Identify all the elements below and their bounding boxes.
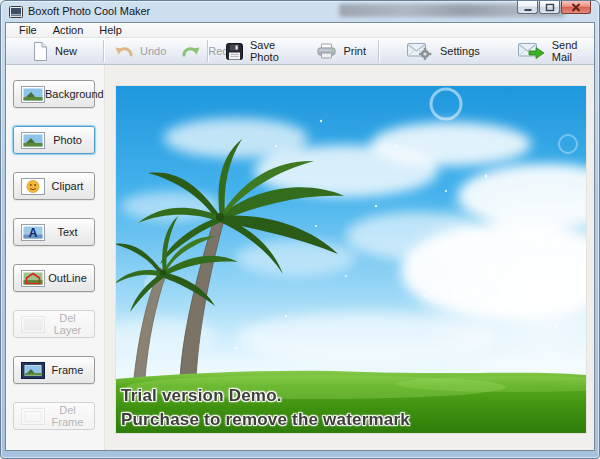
main-panel: Trial version Demo. Purchase to remove t… [105,65,594,450]
canvas-image[interactable]: Trial version Demo. Purchase to remove t… [116,86,586,433]
sidebar-label: Del Layer [45,312,94,336]
sidebar-button-frame[interactable]: Frame [13,356,95,384]
envelope-send-icon [518,42,545,60]
close-button[interactable] [561,1,591,14]
close-icon [571,3,581,12]
sidebar-button-text[interactable]: A Text [13,218,95,246]
landscape-photo-icon [21,132,45,149]
faded-layer-icon [21,316,45,333]
faded-frame-icon [21,408,45,425]
settings-button[interactable]: Settings [395,38,492,64]
print-label: Print [343,45,366,57]
envelope-gear-icon [407,42,433,60]
sidebar-button-background[interactable]: Background [13,80,95,108]
blank-page-icon [32,42,48,61]
undo-arrow-icon [114,44,133,58]
landscape-photo-icon [21,86,45,103]
sidebar-label: OutLine [45,272,94,284]
new-label: New [55,45,77,57]
redo-arrow-icon [182,44,201,58]
maximize-button[interactable] [539,1,560,14]
app-icon [9,6,23,18]
sidebar-button-del-layer: Del Layer [13,310,95,338]
caption-buttons [516,1,591,14]
watermark-line-1: Trial version Demo. [121,384,410,408]
tropical-scene [116,86,586,433]
menu-action[interactable]: Action [46,23,91,37]
letter-a-icon: A [21,224,45,241]
settings-label: Settings [440,45,480,57]
red-outline-icon [21,270,45,287]
trial-watermark: Trial version Demo. Purchase to remove t… [121,384,410,432]
print-button[interactable]: Print [305,38,378,64]
maximize-icon [545,3,555,12]
watermark-line-2: Purchase to remove the watermark [121,408,410,432]
sidebar-label: Clipart [45,180,94,192]
save-photo-label: Save Photo [250,39,287,63]
undo-button: Undo [106,38,174,64]
client-area: File Action Help New [5,22,595,451]
sidebar-label: Background [45,88,108,100]
menu-help[interactable]: Help [92,23,129,37]
send-mail-button[interactable]: Send Mail [506,38,594,64]
sidebar-button-photo[interactable]: Photo [13,126,95,154]
window-title: Boxoft Photo Cool Maker [28,5,150,17]
send-mail-label: Send Mail [552,39,582,63]
content-row: Background Photo [6,65,594,450]
toolbar: New Undo [6,38,594,65]
printer-icon [317,43,336,59]
title-bar: Boxoft Photo Cool Maker [1,1,599,22]
sidebar-label: Frame [45,364,94,376]
smiley-clipart-icon [21,178,45,195]
menu-file[interactable]: File [12,23,44,37]
picture-frame-icon [21,362,45,379]
sidebar-label: Del Frame [45,404,94,428]
app-window: Boxoft Photo Cool Maker File Action Help [0,0,600,459]
svg-text:A: A [29,226,38,240]
floppy-disk-icon [226,43,243,60]
minimize-icon [523,3,533,12]
sidebar-button-del-frame: Del Frame [13,402,95,430]
sidebar-button-outline[interactable]: OutLine [13,264,95,292]
sidebar-button-clipart[interactable]: Clipart [13,172,95,200]
menu-bar: File Action Help [6,23,594,38]
sidebar-label: Text [45,226,94,238]
save-photo-button[interactable]: Save Photo [214,38,299,64]
sidebar: Background Photo [6,65,105,450]
undo-label: Undo [140,45,166,57]
new-button[interactable]: New [20,38,89,64]
sidebar-label: Photo [45,134,94,146]
minimize-button[interactable] [517,1,538,14]
